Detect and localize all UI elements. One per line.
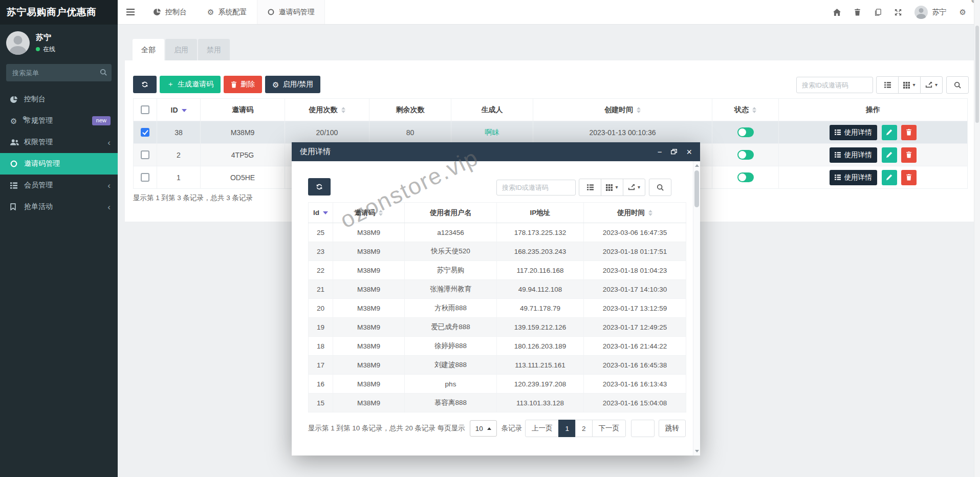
page-scrollbar[interactable] [974,0,980,477]
copy-icon[interactable] [867,0,888,25]
prev-page-button[interactable]: 上一页 [525,420,559,437]
circle-icon [10,160,24,167]
delete-row-button[interactable] [901,170,917,185]
col-username[interactable]: 使用者用户名 [405,203,497,223]
status-toggle[interactable] [737,150,754,160]
modal-search-button[interactable] [649,179,671,196]
sidebar-item-permissions[interactable]: 权限管理 ‹ [0,132,118,153]
sidebar-item-console[interactable]: 控制台 [0,89,118,110]
list-view-button[interactable] [579,179,601,196]
modal-summary-suffix: 条记录 [502,424,522,433]
scroll-up-icon[interactable] [695,164,699,167]
gears-icon[interactable]: ⚙⚙ [953,0,973,25]
scrollbar-thumb[interactable] [694,170,699,207]
usage-detail-button[interactable]: 使用详情 [830,147,877,163]
columns-button[interactable]: ▾ [601,179,623,196]
creator-link[interactable]: 啊眛 [485,128,499,136]
row-checkbox[interactable] [141,150,149,159]
nav-tab-system-config[interactable]: ⚙ 系统配置 [197,0,257,24]
caret-down-icon: ▾ [638,185,640,190]
home-icon[interactable] [826,0,847,25]
col-id[interactable]: Id [309,203,333,223]
delete-button[interactable]: 删除 [224,76,262,93]
modal-header[interactable]: 使用详情 − × [292,142,700,161]
delete-row-button[interactable] [901,147,917,163]
col-created[interactable]: 创建时间 [533,99,712,121]
table-header-row: ID 邀请码 使用次数 剩余次数 生成人 创建时间 状态 操作 [134,99,968,121]
select-all-checkbox[interactable] [141,105,149,114]
col-creator[interactable]: 生成人 [451,99,533,121]
sidebar-item-members[interactable]: 会员管理 ‹ [0,175,118,196]
jump-page-input[interactable] [631,420,655,437]
cell-username: 张瀚潭州教育 [405,280,497,299]
col-code[interactable]: 邀请码 [333,203,405,223]
search-button[interactable] [946,76,969,94]
modal-search-input[interactable] [496,180,576,196]
nav-tab-invite-codes[interactable]: 邀请码管理 [257,0,325,24]
sidebar-search-input[interactable] [6,64,112,81]
cell-username: phs [405,375,497,394]
hamburger-icon[interactable] [118,0,143,25]
page-size-select[interactable]: 10 [470,420,497,437]
col-code[interactable]: 邀请码 [201,99,285,121]
filter-tab-enabled[interactable]: 启用 [165,39,197,60]
list-icon [835,152,841,158]
col-status[interactable]: 状态 [712,99,779,121]
modal-refresh-button[interactable] [308,178,331,196]
status-toggle[interactable] [737,127,754,137]
col-used[interactable]: 使用次数 [285,99,369,121]
cell-code: M38M9 [333,242,405,261]
sort-desc-icon [323,211,328,214]
avatar [6,31,30,55]
col-ip[interactable]: IP地址 [497,203,584,223]
usage-detail-button[interactable]: 使用详情 [830,125,877,140]
nav-tab-console[interactable]: 控制台 [143,0,197,24]
col-remain[interactable]: 剩余次数 [369,99,451,121]
list-view-button[interactable] [876,76,899,94]
edit-button[interactable] [882,147,897,163]
page-2-button[interactable]: 2 [575,420,593,437]
cell-actions: 使用详情 [779,166,968,189]
plus-icon: ＋ [167,80,174,89]
generate-code-button[interactable]: ＋生成邀请码 [160,76,221,93]
refresh-button[interactable] [133,76,157,93]
cell-username: 慕容离888 [405,394,497,413]
row-checkbox[interactable] [141,128,149,137]
maximize-icon[interactable] [671,149,677,155]
usage-row: 22 M38M9 苏宁易购 117.20.116.168 2023-01-18 … [309,261,686,280]
page-scrollbar-thumb[interactable] [975,26,979,123]
minimize-icon[interactable]: − [658,148,662,156]
avatar [914,6,928,19]
close-icon[interactable]: × [686,147,692,157]
sidebar-item-activities[interactable]: 抢单活动 ‹ [0,196,118,218]
next-page-button[interactable]: 下一页 [592,420,626,437]
col-time[interactable]: 使用时间 [584,203,686,223]
sidebar-item-invite-codes[interactable]: 邀请码管理 [0,153,118,175]
delete-row-button[interactable] [901,125,917,140]
filter-tab-all[interactable]: 全部 [133,39,164,60]
export-button[interactable]: ▾ [623,179,645,196]
scroll-down-icon[interactable] [695,450,699,452]
jump-button[interactable]: 跳转 [659,420,686,437]
usage-detail-button[interactable]: 使用详情 [830,170,877,185]
cell-time: 2023-01-17 13:12:59 [584,299,686,318]
enable-disable-button[interactable]: ⚙ 启用/禁用 [265,76,320,93]
modal-scrollbar[interactable] [693,161,700,456]
export-button[interactable]: ▾ [920,76,943,94]
page-1-button[interactable]: 1 [558,420,576,437]
fullscreen-icon[interactable] [888,0,908,25]
status-toggle[interactable] [737,172,754,182]
filter-tab-disabled[interactable]: 禁用 [198,39,230,60]
row-checkbox[interactable] [141,173,149,182]
cell-time: 2023-01-18 01:17:51 [584,242,686,261]
columns-button[interactable]: ▾ [898,76,921,94]
search-icon[interactable] [100,69,107,76]
trash-icon[interactable] [847,0,867,25]
edit-button[interactable] [882,125,897,140]
edit-button[interactable] [882,170,897,185]
navbar-user-menu[interactable]: 苏宁 [908,6,953,19]
col-id[interactable]: ID [157,99,201,121]
table-search-input[interactable] [796,77,873,93]
caret-up-icon [487,427,491,430]
sidebar-item-general[interactable]: ⚙⚙ 常规管理 new [0,110,118,132]
